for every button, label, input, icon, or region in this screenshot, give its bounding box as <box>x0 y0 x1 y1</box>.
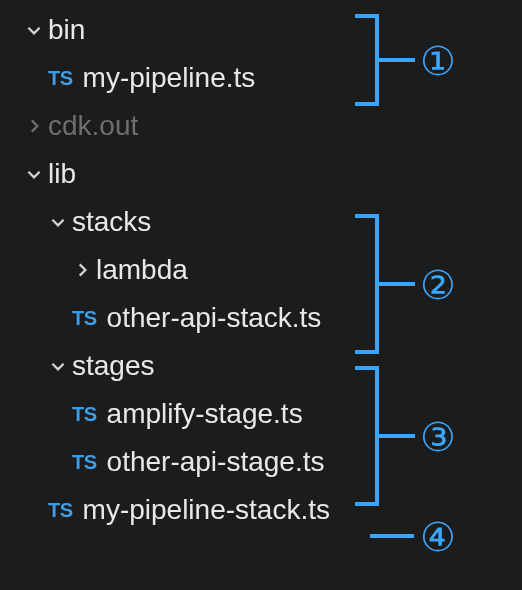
folder-cdk-out[interactable]: cdk.out <box>0 102 522 150</box>
ts-icon: TS <box>48 499 73 522</box>
folder-label: lib <box>48 158 76 190</box>
chevron-right-icon <box>68 261 96 279</box>
file-other-api-stack[interactable]: TS other-api-stack.ts <box>0 294 522 342</box>
ts-icon: TS <box>48 67 73 90</box>
chevron-down-icon <box>20 165 48 183</box>
folder-label: cdk.out <box>48 110 138 142</box>
file-label: my-pipeline-stack.ts <box>83 494 330 526</box>
chevron-down-icon <box>44 213 72 231</box>
file-label: amplify-stage.ts <box>107 398 303 430</box>
chevron-down-icon <box>44 357 72 375</box>
folder-stages[interactable]: stages <box>0 342 522 390</box>
file-label: other-api-stage.ts <box>107 446 325 478</box>
file-tree: bin TS my-pipeline.ts cdk.out lib stacks… <box>0 0 522 540</box>
folder-stacks[interactable]: stacks <box>0 198 522 246</box>
folder-label: stacks <box>72 206 151 238</box>
file-my-pipeline-stack[interactable]: TS my-pipeline-stack.ts <box>0 486 522 534</box>
file-label: other-api-stack.ts <box>107 302 322 334</box>
ts-icon: TS <box>72 403 97 426</box>
file-label: my-pipeline.ts <box>83 62 256 94</box>
folder-lib[interactable]: lib <box>0 150 522 198</box>
folder-bin[interactable]: bin <box>0 6 522 54</box>
ts-icon: TS <box>72 451 97 474</box>
folder-lambda[interactable]: lambda <box>0 246 522 294</box>
chevron-down-icon <box>20 21 48 39</box>
ts-icon: TS <box>72 307 97 330</box>
folder-label: bin <box>48 14 85 46</box>
file-other-api-stage[interactable]: TS other-api-stage.ts <box>0 438 522 486</box>
file-my-pipeline[interactable]: TS my-pipeline.ts <box>0 54 522 102</box>
file-amplify-stage[interactable]: TS amplify-stage.ts <box>0 390 522 438</box>
chevron-right-icon <box>20 117 48 135</box>
folder-label: stages <box>72 350 155 382</box>
folder-label: lambda <box>96 254 188 286</box>
